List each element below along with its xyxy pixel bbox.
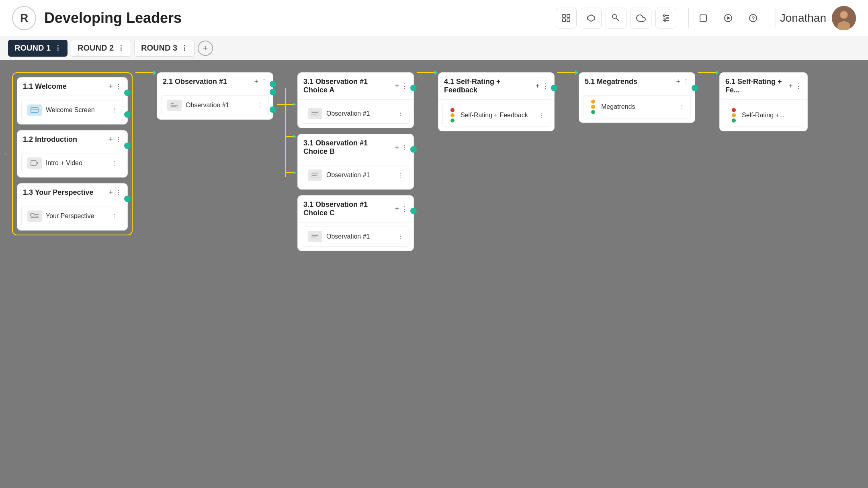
item-self-rating-label: Self-Rating + Feedback xyxy=(461,112,534,119)
section-1-3-dots[interactable]: ⋮ xyxy=(115,189,122,196)
section-3-c-header: 3.1 Observation #1 Choice C + ⋮ xyxy=(298,196,414,223)
item-intro-video: Intro + Video ⋮ xyxy=(21,153,123,173)
add-tab-button[interactable]: + xyxy=(198,41,213,56)
header-icons xyxy=(556,8,676,29)
svg-point-11 xyxy=(663,15,665,16)
key-icon[interactable] xyxy=(606,8,626,29)
item-perspective-label: Your Perspective xyxy=(46,212,108,220)
help-icon[interactable]: ? xyxy=(743,8,764,29)
svg-point-13 xyxy=(664,20,666,21)
section-2-1-add[interactable]: + xyxy=(254,78,258,86)
app-title: Developing Leaders xyxy=(44,10,556,27)
item-your-perspective: Your Perspective ⋮ xyxy=(21,206,123,226)
section-5-1-dots[interactable]: ⋮ xyxy=(683,78,689,86)
section-3-a-dots[interactable]: ⋮ xyxy=(401,82,408,90)
cloud-icon[interactable] xyxy=(631,8,651,29)
section-1-3-title: 1.3 Your Perspective xyxy=(23,188,106,197)
section-1-1-add[interactable]: + xyxy=(108,82,113,91)
item-icon-perspective xyxy=(27,210,42,222)
section-3-a-title: 3.1 Observation #1 Choice A xyxy=(303,78,392,94)
item-icon-obs-3a xyxy=(308,108,322,119)
item-welcome-dots[interactable]: ⋮ xyxy=(112,107,117,113)
section-1-2-dots[interactable]: ⋮ xyxy=(115,136,122,143)
item-obs-3b: Observation #1 ⋮ xyxy=(302,165,409,185)
section-1-1-dots[interactable]: ⋮ xyxy=(115,83,122,90)
section-3-b-add[interactable]: + xyxy=(395,143,399,152)
user-name: Jonathan xyxy=(780,12,826,25)
item-icon-obs-3b xyxy=(308,169,322,181)
teal-dot-3c xyxy=(410,208,417,214)
header: R Developing Leaders xyxy=(0,0,868,36)
section-4-1-add[interactable]: + xyxy=(535,82,540,90)
item-obs-3c-dots[interactable]: ⋮ xyxy=(398,233,403,240)
section-1-3-header: 1.3 Your Perspective + ⋮ xyxy=(17,184,127,202)
svg-rect-3 xyxy=(567,19,570,22)
item-self-rating-dots[interactable]: ⋮ xyxy=(538,112,544,118)
section-6-1-dots[interactable]: ⋮ xyxy=(795,82,802,90)
item-icon-welcome xyxy=(27,104,42,116)
section-2-1-dots[interactable]: ⋮ xyxy=(261,78,267,86)
item-intro-label: Intro + Video xyxy=(46,159,108,167)
tab-round3-dots[interactable]: ⋮ xyxy=(181,44,188,52)
teal-dot-1-3 xyxy=(124,196,131,202)
item-obs-3b-dots[interactable]: ⋮ xyxy=(398,172,403,178)
item-icon-obs-3c xyxy=(308,231,322,242)
item-intro-dots[interactable]: ⋮ xyxy=(112,160,117,166)
section-3-c: 3.1 Observation #1 Choice C + ⋮ Observat… xyxy=(297,195,414,251)
col4: 4.1 Self-Rating + Feedback + ⋮ Self-Rati… xyxy=(438,72,555,131)
item-obs-3c-label: Observation #1 xyxy=(326,233,394,240)
teal-dot-1-2 xyxy=(124,143,131,149)
user-section: Jonathan xyxy=(780,6,856,30)
section-3-a-header: 3.1 Observation #1 Choice A + ⋮ xyxy=(298,73,414,100)
section-2-1: 2.1 Observation #1 + ⋮ Observation #1 xyxy=(157,72,273,120)
section-1-2-add[interactable]: + xyxy=(108,135,113,144)
section-5-1-add[interactable]: + xyxy=(676,78,680,86)
item-icon-megatrends xyxy=(589,100,597,114)
svg-marker-41 xyxy=(293,135,297,138)
item-obs-3a-dots[interactable]: ⋮ xyxy=(398,110,403,117)
teal-dot-3b xyxy=(410,146,417,153)
section-6-1-add[interactable]: + xyxy=(788,82,793,90)
layers-icon[interactable] xyxy=(581,8,602,29)
item-obs-2-1: Observation #1 ⋮ xyxy=(161,95,269,115)
header-right-icons: ? xyxy=(693,8,764,29)
item-icon-obs-2-1 xyxy=(167,100,182,111)
item-perspective-dots[interactable]: ⋮ xyxy=(112,213,117,219)
section-4-1-dots[interactable]: ⋮ xyxy=(542,82,549,90)
item-obs-2-1-dots[interactable]: ⋮ xyxy=(257,102,263,108)
col5: 5.1 Megatrends + ⋮ Megatrends ⋮ xyxy=(579,72,695,123)
svg-point-6 xyxy=(612,14,616,18)
section-3-c-dots[interactable]: ⋮ xyxy=(401,205,408,213)
avatar xyxy=(832,6,856,30)
tab-round1-dots[interactable]: ⋮ xyxy=(55,44,61,52)
section-1-2-header: 1.2 Introduction + ⋮ xyxy=(17,131,127,149)
section-6-1: 6.1 Self-Rating + Fe... + ⋮ Self-Rating … xyxy=(719,72,808,131)
item-megatrends: Megatrends ⋮ xyxy=(583,95,691,118)
section-1-3-add[interactable]: + xyxy=(108,188,113,197)
svg-rect-23 xyxy=(31,108,38,112)
svg-rect-0 xyxy=(563,14,565,17)
section-1-1-header: 1.1 Welcome + ⋮ xyxy=(17,78,127,96)
item-self-rating-6-label: Self-Rating +... xyxy=(742,112,797,119)
section-3-a-add[interactable]: + xyxy=(395,82,399,90)
svg-marker-40 xyxy=(293,103,297,106)
tab-round2-dots[interactable]: ⋮ xyxy=(118,44,124,52)
section-5-1-header: 5.1 Megatrends + ⋮ xyxy=(579,73,695,91)
svg-rect-14 xyxy=(700,15,706,21)
tab-round3[interactable]: ROUND 3 ⋮ xyxy=(134,40,194,57)
arrow-2-3 xyxy=(273,72,297,193)
section-3-b-title: 3.1 Observation #1 Choice B xyxy=(303,139,392,156)
play-icon[interactable] xyxy=(718,8,739,29)
section-3-c-add[interactable]: + xyxy=(395,205,399,213)
arrow-3-4 xyxy=(414,72,438,73)
section-3-b-dots[interactable]: ⋮ xyxy=(401,144,408,151)
tab-round2[interactable]: ROUND 2 ⋮ xyxy=(71,40,131,57)
grid-icon[interactable] xyxy=(556,8,577,29)
sliders-icon[interactable] xyxy=(655,8,676,29)
square-icon[interactable] xyxy=(693,8,714,29)
tab-round1[interactable]: ROUND 1 ⋮ xyxy=(8,40,68,57)
item-obs-3a-label: Observation #1 xyxy=(326,110,394,117)
item-megatrends-dots[interactable]: ⋮ xyxy=(679,104,685,110)
col2: 2.1 Observation #1 + ⋮ Observation #1 xyxy=(157,72,273,120)
col3-choices: 3.1 Observation #1 Choice A + ⋮ Observat… xyxy=(297,72,414,251)
